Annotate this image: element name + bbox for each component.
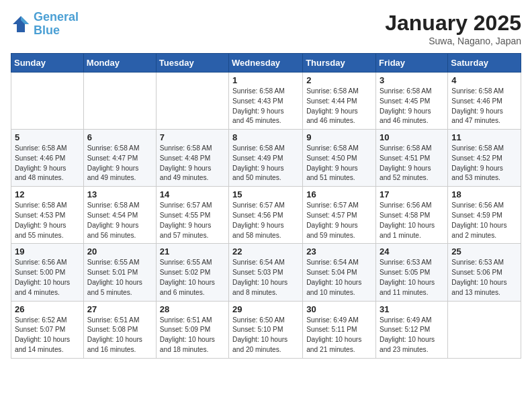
day-number: 22 <box>232 246 299 257</box>
calendar-cell <box>156 73 228 130</box>
calendar-cell: 21Sunrise: 6:55 AM Sunset: 5:02 PM Dayli… <box>156 244 228 301</box>
day-info: Sunrise: 6:58 AM Sunset: 4:51 PM Dayligh… <box>380 144 444 183</box>
day-number: 8 <box>232 132 299 142</box>
day-info: Sunrise: 6:58 AM Sunset: 4:47 PM Dayligh… <box>87 144 152 183</box>
logo: General Blue <box>11 11 79 38</box>
calendar-cell: 6Sunrise: 6:58 AM Sunset: 4:47 PM Daylig… <box>83 130 156 187</box>
day-number: 28 <box>160 304 225 314</box>
calendar-table: SundayMondayTuesdayWednesdayThursdayFrid… <box>11 53 521 359</box>
day-info: Sunrise: 6:49 AM Sunset: 5:11 PM Dayligh… <box>306 316 372 355</box>
day-number: 19 <box>15 246 80 257</box>
weekday-header: Wednesday <box>229 54 303 73</box>
calendar-cell: 27Sunrise: 6:51 AM Sunset: 5:08 PM Dayli… <box>83 301 156 358</box>
calendar-week-row: 1Sunrise: 6:58 AM Sunset: 4:43 PM Daylig… <box>11 73 521 130</box>
day-number: 25 <box>451 246 517 257</box>
calendar-week-row: 26Sunrise: 6:52 AM Sunset: 5:07 PM Dayli… <box>11 301 521 358</box>
day-info: Sunrise: 6:55 AM Sunset: 5:01 PM Dayligh… <box>87 258 152 298</box>
page-header: General Blue January 2025 Suwa, Nagano, … <box>11 11 521 46</box>
day-number: 5 <box>15 132 80 142</box>
day-number: 7 <box>160 132 225 142</box>
weekday-header: Saturday <box>448 54 521 73</box>
calendar-cell: 17Sunrise: 6:56 AM Sunset: 4:58 PM Dayli… <box>376 187 448 244</box>
weekday-header: Thursday <box>303 54 376 73</box>
day-number: 17 <box>380 189 444 199</box>
calendar-cell: 26Sunrise: 6:52 AM Sunset: 5:07 PM Dayli… <box>11 301 84 358</box>
title-block: January 2025 Suwa, Nagano, Japan <box>385 11 521 46</box>
calendar-cell <box>83 73 156 130</box>
calendar-cell: 11Sunrise: 6:58 AM Sunset: 4:52 PM Dayli… <box>448 130 521 187</box>
calendar-cell <box>448 301 521 358</box>
calendar-cell: 10Sunrise: 6:58 AM Sunset: 4:51 PM Dayli… <box>376 130 448 187</box>
day-info: Sunrise: 6:56 AM Sunset: 4:59 PM Dayligh… <box>451 201 517 240</box>
weekday-header-row: SundayMondayTuesdayWednesdayThursdayFrid… <box>11 54 521 73</box>
weekday-header: Monday <box>83 54 156 73</box>
calendar-cell: 13Sunrise: 6:58 AM Sunset: 4:54 PM Dayli… <box>83 187 156 244</box>
day-info: Sunrise: 6:54 AM Sunset: 5:04 PM Dayligh… <box>306 258 372 298</box>
day-info: Sunrise: 6:50 AM Sunset: 5:10 PM Dayligh… <box>232 316 299 355</box>
day-info: Sunrise: 6:51 AM Sunset: 5:09 PM Dayligh… <box>160 316 225 355</box>
weekday-header: Friday <box>376 54 448 73</box>
day-number: 11 <box>451 132 517 142</box>
calendar-cell: 2Sunrise: 6:58 AM Sunset: 4:44 PM Daylig… <box>303 73 376 130</box>
day-number: 2 <box>306 75 372 85</box>
calendar-cell: 25Sunrise: 6:53 AM Sunset: 5:06 PM Dayli… <box>448 244 521 301</box>
calendar-week-row: 12Sunrise: 6:58 AM Sunset: 4:53 PM Dayli… <box>11 187 521 244</box>
calendar-subtitle: Suwa, Nagano, Japan <box>385 36 521 46</box>
calendar-cell: 1Sunrise: 6:58 AM Sunset: 4:43 PM Daylig… <box>229 73 303 130</box>
day-number: 31 <box>380 304 444 314</box>
day-info: Sunrise: 6:58 AM Sunset: 4:49 PM Dayligh… <box>232 144 299 183</box>
calendar-cell: 5Sunrise: 6:58 AM Sunset: 4:46 PM Daylig… <box>11 130 84 187</box>
calendar-cell <box>11 73 84 130</box>
day-number: 12 <box>15 189 80 199</box>
logo-text: General Blue <box>34 11 79 38</box>
day-number: 16 <box>306 189 372 199</box>
day-number: 24 <box>380 246 444 257</box>
day-number: 26 <box>15 304 80 314</box>
weekday-header: Sunday <box>11 54 84 73</box>
day-info: Sunrise: 6:56 AM Sunset: 5:00 PM Dayligh… <box>15 258 80 298</box>
calendar-cell: 22Sunrise: 6:54 AM Sunset: 5:03 PM Dayli… <box>229 244 303 301</box>
day-number: 10 <box>380 132 444 142</box>
day-info: Sunrise: 6:58 AM Sunset: 4:50 PM Dayligh… <box>306 144 372 183</box>
logo-icon <box>11 14 31 34</box>
day-number: 15 <box>232 189 299 199</box>
day-number: 6 <box>87 132 152 142</box>
day-info: Sunrise: 6:51 AM Sunset: 5:08 PM Dayligh… <box>87 316 152 355</box>
calendar-cell: 28Sunrise: 6:51 AM Sunset: 5:09 PM Dayli… <box>156 301 228 358</box>
day-info: Sunrise: 6:58 AM Sunset: 4:53 PM Dayligh… <box>15 201 80 240</box>
day-number: 23 <box>306 246 372 257</box>
calendar-cell: 7Sunrise: 6:58 AM Sunset: 4:48 PM Daylig… <box>156 130 228 187</box>
day-info: Sunrise: 6:58 AM Sunset: 4:48 PM Dayligh… <box>160 144 225 183</box>
day-info: Sunrise: 6:49 AM Sunset: 5:12 PM Dayligh… <box>380 316 444 355</box>
calendar-cell: 20Sunrise: 6:55 AM Sunset: 5:01 PM Dayli… <box>83 244 156 301</box>
calendar-cell: 9Sunrise: 6:58 AM Sunset: 4:50 PM Daylig… <box>303 130 376 187</box>
calendar-cell: 8Sunrise: 6:58 AM Sunset: 4:49 PM Daylig… <box>229 130 303 187</box>
day-info: Sunrise: 6:57 AM Sunset: 4:55 PM Dayligh… <box>160 201 225 240</box>
calendar-cell: 23Sunrise: 6:54 AM Sunset: 5:04 PM Dayli… <box>303 244 376 301</box>
day-number: 1 <box>232 75 299 85</box>
day-number: 20 <box>87 246 152 257</box>
day-info: Sunrise: 6:58 AM Sunset: 4:46 PM Dayligh… <box>451 87 517 126</box>
calendar-cell: 15Sunrise: 6:57 AM Sunset: 4:56 PM Dayli… <box>229 187 303 244</box>
day-info: Sunrise: 6:53 AM Sunset: 5:05 PM Dayligh… <box>380 258 444 298</box>
calendar-cell: 3Sunrise: 6:58 AM Sunset: 4:45 PM Daylig… <box>376 73 448 130</box>
day-info: Sunrise: 6:58 AM Sunset: 4:44 PM Dayligh… <box>306 87 372 126</box>
day-number: 21 <box>160 246 225 257</box>
day-number: 9 <box>306 132 372 142</box>
day-info: Sunrise: 6:58 AM Sunset: 4:46 PM Dayligh… <box>15 144 80 183</box>
day-info: Sunrise: 6:58 AM Sunset: 4:52 PM Dayligh… <box>451 144 517 183</box>
day-info: Sunrise: 6:56 AM Sunset: 4:58 PM Dayligh… <box>380 201 444 240</box>
calendar-cell: 14Sunrise: 6:57 AM Sunset: 4:55 PM Dayli… <box>156 187 228 244</box>
calendar-cell: 30Sunrise: 6:49 AM Sunset: 5:11 PM Dayli… <box>303 301 376 358</box>
day-number: 29 <box>232 304 299 314</box>
day-info: Sunrise: 6:58 AM Sunset: 4:43 PM Dayligh… <box>232 87 299 126</box>
day-number: 30 <box>306 304 372 314</box>
day-info: Sunrise: 6:54 AM Sunset: 5:03 PM Dayligh… <box>232 258 299 298</box>
calendar-cell: 16Sunrise: 6:57 AM Sunset: 4:57 PM Dayli… <box>303 187 376 244</box>
day-number: 13 <box>87 189 152 199</box>
day-info: Sunrise: 6:53 AM Sunset: 5:06 PM Dayligh… <box>451 258 517 298</box>
calendar-title: January 2025 <box>385 11 521 36</box>
calendar-cell: 29Sunrise: 6:50 AM Sunset: 5:10 PM Dayli… <box>229 301 303 358</box>
day-info: Sunrise: 6:55 AM Sunset: 5:02 PM Dayligh… <box>160 258 225 298</box>
calendar-week-row: 19Sunrise: 6:56 AM Sunset: 5:00 PM Dayli… <box>11 244 521 301</box>
